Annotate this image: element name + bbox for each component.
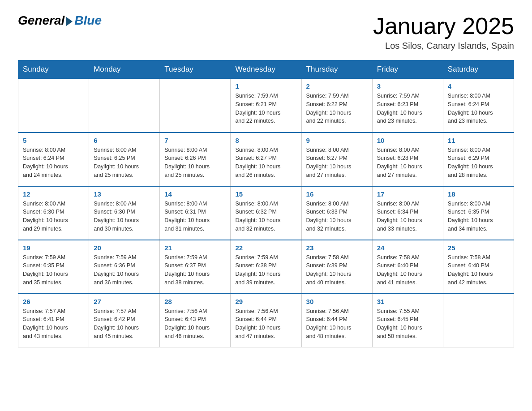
day-info: Sunrise: 8:00 AM Sunset: 6:28 PM Dayligh… [377, 146, 438, 180]
day-number: 22 [235, 244, 296, 252]
day-info: Sunrise: 8:00 AM Sunset: 6:31 PM Dayligh… [164, 200, 226, 233]
day-info: Sunrise: 7:59 AM Sunset: 6:22 PM Dayligh… [306, 92, 368, 125]
calendar-cell: 19Sunrise: 7:59 AM Sunset: 6:35 PM Dayli… [18, 240, 89, 294]
day-info: Sunrise: 7:56 AM Sunset: 6:44 PM Dayligh… [235, 307, 296, 341]
calendar-cell: 16Sunrise: 8:00 AM Sunset: 6:33 PM Dayli… [301, 186, 372, 240]
day-number: 6 [94, 137, 155, 144]
calendar-title: January 2025 [373, 13, 514, 39]
day-number: 10 [377, 137, 438, 144]
day-info: Sunrise: 8:00 AM Sunset: 6:33 PM Dayligh… [306, 200, 368, 233]
day-number: 31 [377, 298, 438, 305]
calendar-cell: 21Sunrise: 7:59 AM Sunset: 6:37 PM Dayli… [160, 240, 231, 294]
calendar-cell: 3Sunrise: 7:59 AM Sunset: 6:23 PM Daylig… [372, 79, 443, 133]
header-saturday: Saturday [443, 60, 514, 79]
calendar-cell: 27Sunrise: 7:57 AM Sunset: 6:42 PM Dayli… [89, 294, 160, 347]
calendar-cell: 26Sunrise: 7:57 AM Sunset: 6:41 PM Dayli… [18, 294, 89, 347]
day-info: Sunrise: 8:00 AM Sunset: 6:27 PM Dayligh… [235, 146, 296, 180]
calendar-cell: 15Sunrise: 8:00 AM Sunset: 6:32 PM Dayli… [231, 186, 301, 240]
day-info: Sunrise: 7:58 AM Sunset: 6:39 PM Dayligh… [306, 253, 368, 287]
calendar-cell: 23Sunrise: 7:58 AM Sunset: 6:39 PM Dayli… [301, 240, 372, 294]
calendar-cell: 1Sunrise: 7:59 AM Sunset: 6:21 PM Daylig… [231, 79, 301, 133]
day-number: 1 [235, 82, 296, 90]
day-info: Sunrise: 8:00 AM Sunset: 6:30 PM Dayligh… [94, 200, 155, 233]
day-number: 5 [23, 137, 84, 144]
day-number: 30 [306, 298, 368, 305]
day-number: 7 [164, 137, 226, 144]
day-info: Sunrise: 7:59 AM Sunset: 6:21 PM Dayligh… [235, 92, 296, 125]
logo-general: General [18, 13, 64, 28]
week-row-3: 12Sunrise: 8:00 AM Sunset: 6:30 PM Dayli… [18, 186, 514, 240]
day-number: 14 [164, 190, 226, 198]
header-friday: Friday [372, 60, 443, 79]
day-info: Sunrise: 8:00 AM Sunset: 6:29 PM Dayligh… [448, 146, 509, 180]
calendar-cell [443, 294, 514, 347]
day-info: Sunrise: 8:00 AM Sunset: 6:30 PM Dayligh… [23, 200, 84, 233]
header-thursday: Thursday [301, 60, 372, 79]
day-info: Sunrise: 7:59 AM Sunset: 6:36 PM Dayligh… [94, 253, 155, 287]
calendar-cell: 4Sunrise: 8:00 AM Sunset: 6:24 PM Daylig… [443, 79, 514, 133]
day-number: 3 [377, 82, 438, 90]
calendar-cell: 18Sunrise: 8:00 AM Sunset: 6:35 PM Dayli… [443, 186, 514, 240]
day-number: 15 [235, 190, 296, 198]
calendar-cell: 2Sunrise: 7:59 AM Sunset: 6:22 PM Daylig… [301, 79, 372, 133]
day-info: Sunrise: 7:59 AM Sunset: 6:37 PM Dayligh… [164, 253, 226, 287]
day-number: 8 [235, 137, 296, 144]
day-number: 28 [164, 298, 226, 305]
day-number: 13 [94, 190, 155, 198]
calendar-cell: 7Sunrise: 8:00 AM Sunset: 6:26 PM Daylig… [160, 133, 231, 186]
day-info: Sunrise: 8:00 AM Sunset: 6:24 PM Dayligh… [448, 92, 509, 125]
calendar-cell: 22Sunrise: 7:59 AM Sunset: 6:38 PM Dayli… [231, 240, 301, 294]
day-number: 18 [448, 190, 509, 198]
calendar-cell: 8Sunrise: 8:00 AM Sunset: 6:27 PM Daylig… [231, 133, 301, 186]
day-info: Sunrise: 8:00 AM Sunset: 6:25 PM Dayligh… [94, 146, 155, 180]
day-number: 21 [164, 244, 226, 252]
header-monday: Monday [89, 60, 160, 79]
logo-blue: Blue [74, 13, 102, 28]
calendar-cell: 20Sunrise: 7:59 AM Sunset: 6:36 PM Dayli… [89, 240, 160, 294]
calendar-cell [160, 79, 231, 133]
day-number: 23 [306, 244, 368, 252]
week-row-4: 19Sunrise: 7:59 AM Sunset: 6:35 PM Dayli… [18, 240, 514, 294]
day-info: Sunrise: 8:00 AM Sunset: 6:32 PM Dayligh… [235, 200, 296, 233]
day-number: 16 [306, 190, 368, 198]
day-number: 11 [448, 137, 509, 144]
title-block: January 2025 Los Silos, Canary Islands, … [373, 13, 514, 51]
day-info: Sunrise: 8:00 AM Sunset: 6:35 PM Dayligh… [448, 200, 509, 233]
calendar-cell: 17Sunrise: 8:00 AM Sunset: 6:34 PM Dayli… [372, 186, 443, 240]
day-info: Sunrise: 7:55 AM Sunset: 6:45 PM Dayligh… [377, 307, 438, 341]
day-info: Sunrise: 8:00 AM Sunset: 6:24 PM Dayligh… [23, 146, 84, 180]
calendar-cell: 9Sunrise: 8:00 AM Sunset: 6:27 PM Daylig… [301, 133, 372, 186]
week-row-1: 1Sunrise: 7:59 AM Sunset: 6:21 PM Daylig… [18, 79, 514, 133]
day-info: Sunrise: 7:57 AM Sunset: 6:41 PM Dayligh… [23, 307, 84, 341]
calendar-cell [89, 79, 160, 133]
day-number: 4 [448, 82, 509, 90]
week-row-5: 26Sunrise: 7:57 AM Sunset: 6:41 PM Dayli… [18, 294, 514, 347]
day-number: 19 [23, 244, 84, 252]
calendar-cell: 14Sunrise: 8:00 AM Sunset: 6:31 PM Dayli… [160, 186, 231, 240]
day-info: Sunrise: 7:59 AM Sunset: 6:38 PM Dayligh… [235, 253, 296, 287]
day-number: 20 [94, 244, 155, 252]
calendar-cell: 31Sunrise: 7:55 AM Sunset: 6:45 PM Dayli… [372, 294, 443, 347]
page-header: General Blue January 2025 Los Silos, Can… [18, 13, 514, 51]
day-info: Sunrise: 8:00 AM Sunset: 6:34 PM Dayligh… [377, 200, 438, 233]
header-wednesday: Wednesday [231, 60, 301, 79]
day-info: Sunrise: 7:58 AM Sunset: 6:40 PM Dayligh… [377, 253, 438, 287]
day-number: 12 [23, 190, 84, 198]
day-info: Sunrise: 7:59 AM Sunset: 6:23 PM Dayligh… [377, 92, 438, 125]
day-info: Sunrise: 8:00 AM Sunset: 6:26 PM Dayligh… [164, 146, 226, 180]
day-number: 25 [448, 244, 509, 252]
calendar-cell: 13Sunrise: 8:00 AM Sunset: 6:30 PM Dayli… [89, 186, 160, 240]
day-info: Sunrise: 7:58 AM Sunset: 6:40 PM Dayligh… [448, 253, 509, 287]
day-number: 17 [377, 190, 438, 198]
day-info: Sunrise: 8:00 AM Sunset: 6:27 PM Dayligh… [306, 146, 368, 180]
header-sunday: Sunday [18, 60, 89, 79]
day-number: 24 [377, 244, 438, 252]
calendar-cell: 5Sunrise: 8:00 AM Sunset: 6:24 PM Daylig… [18, 133, 89, 186]
logo-arrow-icon [66, 17, 73, 26]
week-row-2: 5Sunrise: 8:00 AM Sunset: 6:24 PM Daylig… [18, 133, 514, 186]
day-number: 27 [94, 298, 155, 305]
calendar-cell: 30Sunrise: 7:56 AM Sunset: 6:44 PM Dayli… [301, 294, 372, 347]
header-tuesday: Tuesday [160, 60, 231, 79]
day-number: 2 [306, 82, 368, 90]
calendar-cell: 29Sunrise: 7:56 AM Sunset: 6:44 PM Dayli… [231, 294, 301, 347]
